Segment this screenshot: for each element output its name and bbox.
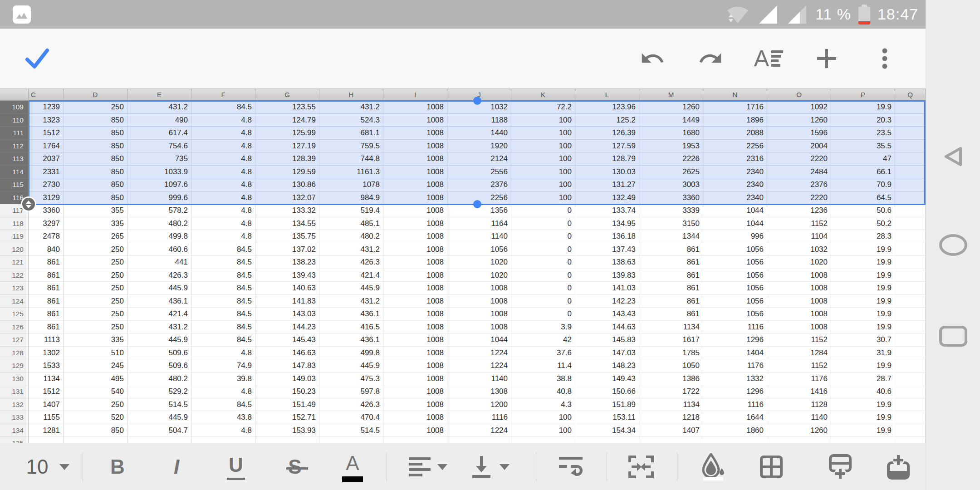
cell[interactable]: 1008 <box>447 295 511 308</box>
cell[interactable]: 1008 <box>383 282 447 295</box>
cell[interactable]: 2478 <box>29 230 64 243</box>
cell[interactable]: 3.9 <box>511 321 575 334</box>
cell[interactable]: 1020 <box>767 256 831 269</box>
cell[interactable]: 1008 <box>383 101 447 114</box>
cell[interactable]: 19.9 <box>831 411 895 424</box>
cell[interactable]: 1056 <box>703 243 767 256</box>
cell[interactable]: 1128 <box>767 398 831 412</box>
cell[interactable] <box>895 282 926 295</box>
cell[interactable]: 1596 <box>767 127 831 140</box>
row-selection-extend-handle[interactable] <box>21 196 36 212</box>
cell[interactable]: 28.7 <box>831 372 895 386</box>
row-header-131[interactable]: 131 <box>0 385 29 398</box>
cell[interactable] <box>895 152 926 166</box>
cell[interactable]: 84.5 <box>191 321 255 334</box>
cell[interactable]: 141.03 <box>575 282 639 295</box>
cell[interactable]: 1164 <box>447 217 511 230</box>
cell[interactable]: 153.11 <box>575 411 639 424</box>
cell[interactable] <box>895 217 926 230</box>
cell[interactable]: 19.9 <box>831 424 895 437</box>
cell[interactable]: 0 <box>511 282 575 295</box>
cell[interactable]: 19.9 <box>831 295 895 308</box>
cell[interactable]: 495 <box>64 372 127 386</box>
column-header-F[interactable]: F <box>191 89 255 101</box>
column-header-C[interactable]: C <box>29 89 64 101</box>
cell[interactable]: 1008 <box>383 308 447 321</box>
cell[interactable]: 2484 <box>767 166 831 179</box>
cell[interactable]: 100 <box>511 114 575 127</box>
cell[interactable] <box>639 437 703 443</box>
cell[interactable]: 84.5 <box>191 101 255 114</box>
cell[interactable]: 141.83 <box>255 295 319 308</box>
insert-row-below-button[interactable] <box>826 443 855 490</box>
cell[interactable]: 1008 <box>383 385 447 398</box>
cell[interactable]: 19.9 <box>831 321 895 334</box>
cell[interactable]: 39.8 <box>191 372 255 386</box>
cell[interactable]: 84.5 <box>191 243 255 256</box>
cell[interactable]: 123.55 <box>255 101 319 114</box>
cell[interactable]: 23.5 <box>831 127 895 140</box>
row-header-134[interactable]: 134 <box>0 424 29 437</box>
horizontal-align-caret[interactable] <box>433 443 451 490</box>
cell[interactable]: 335 <box>64 217 127 230</box>
cell[interactable]: 250 <box>64 295 127 308</box>
cell[interactable]: 1032 <box>767 243 831 256</box>
cell[interactable]: 2004 <box>767 140 831 153</box>
column-header-G[interactable]: G <box>255 89 319 101</box>
cell[interactable]: 540 <box>64 385 127 398</box>
cell[interactable]: 137.43 <box>575 243 639 256</box>
cell[interactable]: 426.3 <box>127 269 191 282</box>
cell[interactable]: 3003 <box>639 178 703 191</box>
cell[interactable]: 850 <box>64 178 127 191</box>
cell[interactable]: 445.9 <box>319 359 383 372</box>
cell[interactable]: 4.8 <box>191 385 255 398</box>
cell[interactable]: 2730 <box>29 178 64 191</box>
column-header-D[interactable]: D <box>64 89 127 101</box>
cell[interactable]: 20.3 <box>831 114 895 127</box>
cell[interactable]: 1953 <box>639 140 703 153</box>
cell[interactable] <box>895 321 926 334</box>
cell[interactable]: 1404 <box>703 347 767 360</box>
cell[interactable]: 1008 <box>383 269 447 282</box>
cell[interactable]: 1056 <box>703 282 767 295</box>
cell[interactable] <box>895 437 926 443</box>
cell[interactable]: 19.9 <box>831 308 895 321</box>
font-size-caret[interactable] <box>55 443 74 490</box>
cell[interactable] <box>64 437 127 443</box>
cell[interactable]: 1896 <box>703 114 767 127</box>
cell[interactable]: 64.5 <box>831 191 895 205</box>
cell[interactable]: 1296 <box>703 385 767 398</box>
cell[interactable]: 1224 <box>447 359 511 372</box>
cell[interactable]: 1008 <box>383 424 447 437</box>
cell[interactable]: 1008 <box>383 347 447 360</box>
cell[interactable]: 125.2 <box>575 114 639 127</box>
cell[interactable]: 1008 <box>383 333 447 347</box>
cell[interactable]: 142.23 <box>575 295 639 308</box>
cell[interactable]: 1224 <box>447 424 511 437</box>
cell[interactable]: 133.32 <box>255 204 319 217</box>
cell[interactable]: 470.4 <box>319 411 383 424</box>
cell[interactable]: 861 <box>29 308 64 321</box>
cell[interactable]: 0 <box>511 204 575 217</box>
cell[interactable]: 1113 <box>29 333 64 347</box>
cell[interactable]: 1020 <box>447 269 511 282</box>
cell[interactable]: 1008 <box>767 321 831 334</box>
cell[interactable]: 1008 <box>383 204 447 217</box>
cell[interactable] <box>895 191 926 205</box>
cell[interactable]: 40.8 <box>511 385 575 398</box>
cell[interactable] <box>895 178 926 191</box>
column-header-L[interactable]: L <box>575 89 639 101</box>
cell[interactable]: 431.2 <box>319 101 383 114</box>
cell[interactable]: 1044 <box>703 204 767 217</box>
cell[interactable]: 1440 <box>447 127 511 140</box>
row-header-113[interactable]: 113 <box>0 152 29 166</box>
cell[interactable]: 1050 <box>639 359 703 372</box>
merge-cells-button[interactable] <box>626 443 656 490</box>
cell[interactable]: 1116 <box>703 398 767 412</box>
cell[interactable]: 4.8 <box>191 114 255 127</box>
cell[interactable]: 1008 <box>383 243 447 256</box>
cell[interactable]: 128.39 <box>255 152 319 166</box>
add-button[interactable] <box>798 37 856 80</box>
row-header-122[interactable]: 122 <box>0 269 29 282</box>
cell[interactable]: 100 <box>511 166 575 179</box>
